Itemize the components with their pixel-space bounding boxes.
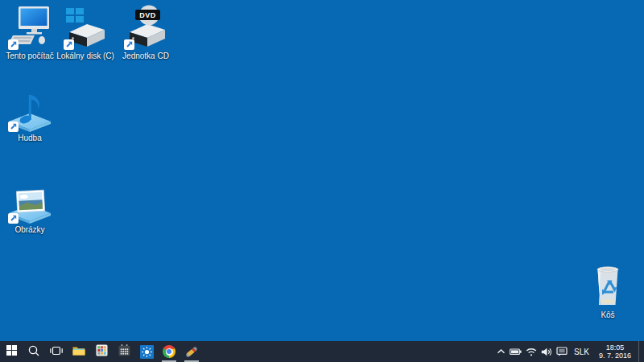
desktop-icon-recycle-bin[interactable]: Kôš <box>579 264 637 319</box>
tray-wifi-icon[interactable] <box>526 341 537 362</box>
photo-grid-app-button[interactable] <box>90 341 113 362</box>
system-tray: SLK 18:05 9. 7. 2016 <box>497 341 644 362</box>
shortcut-arrow-overlay-icon <box>8 39 19 50</box>
shortcut-arrow-overlay-icon <box>8 213 19 224</box>
search-icon <box>28 345 39 359</box>
desktop-icon-label: Tento počítač <box>6 51 53 60</box>
dvd-badge: DVD <box>135 10 160 20</box>
folder-icon <box>72 345 85 358</box>
start-button[interactable] <box>0 341 23 362</box>
weather-sun-icon <box>140 345 154 359</box>
windows-logo-icon <box>6 345 17 358</box>
taskbar-left <box>0 341 203 362</box>
tray-battery-icon[interactable] <box>510 341 522 362</box>
desktop-icon-cd-drive[interactable]: DVD Jednotka CD <box>117 5 175 60</box>
language-indicator[interactable]: SLK <box>572 348 592 356</box>
show-desktop-button[interactable] <box>638 341 642 362</box>
desktop-icon-this-pc[interactable]: Tento počítač <box>1 5 59 60</box>
shortcut-arrow-overlay-icon <box>8 121 19 132</box>
photo-grid-icon <box>96 344 108 359</box>
desktop-icon-music[interactable]: Hudba <box>1 87 59 142</box>
clock-date: 9. 7. 2016 <box>599 352 631 360</box>
chrome-icon <box>163 345 175 358</box>
shortcut-arrow-overlay-icon <box>64 39 74 50</box>
desktop-icon-label: Jednotka CD <box>122 51 169 60</box>
desktop-icon-label: Obrázky <box>14 225 44 234</box>
recycle-bin-icon <box>585 264 630 309</box>
weather-app-button[interactable] <box>135 341 158 362</box>
paintbrush-icon <box>185 346 197 357</box>
calendar-icon <box>118 344 130 359</box>
windows-desktop: Tento počítač <box>0 0 644 362</box>
clock-time: 18:05 <box>599 343 631 352</box>
desktop-icon-label: Kôš <box>601 311 614 319</box>
local-disk-icon <box>63 5 108 50</box>
cd-drive-icon: DVD <box>123 5 168 50</box>
desktop-icon-label: Hudba <box>18 134 41 142</box>
task-view-button[interactable] <box>45 341 68 362</box>
clock[interactable]: 18:05 9. 7. 2016 <box>596 343 634 360</box>
music-icon <box>7 87 52 132</box>
calendar-app-button[interactable] <box>113 341 135 362</box>
this-pc-icon <box>7 5 52 50</box>
desktop-icon-pictures[interactable]: Obrázky <box>1 179 59 234</box>
pictures-icon <box>7 179 52 224</box>
search-button[interactable] <box>23 341 45 362</box>
paint-app-button[interactable] <box>180 341 203 362</box>
chrome-button[interactable] <box>158 341 180 362</box>
tray-action-center-icon[interactable] <box>556 341 568 362</box>
tray-volume-icon[interactable] <box>541 341 552 362</box>
shortcut-arrow-overlay-icon <box>124 39 134 50</box>
file-explorer-button[interactable] <box>68 341 90 362</box>
task-view-icon <box>50 346 63 358</box>
taskbar: SLK 18:05 9. 7. 2016 <box>0 341 644 362</box>
desktop-icon-label: Lokálny disk (C) <box>56 51 114 60</box>
desktop-icon-local-disk[interactable]: Lokálny disk (C) <box>56 5 114 60</box>
tray-chevron-up-icon[interactable] <box>497 341 506 362</box>
